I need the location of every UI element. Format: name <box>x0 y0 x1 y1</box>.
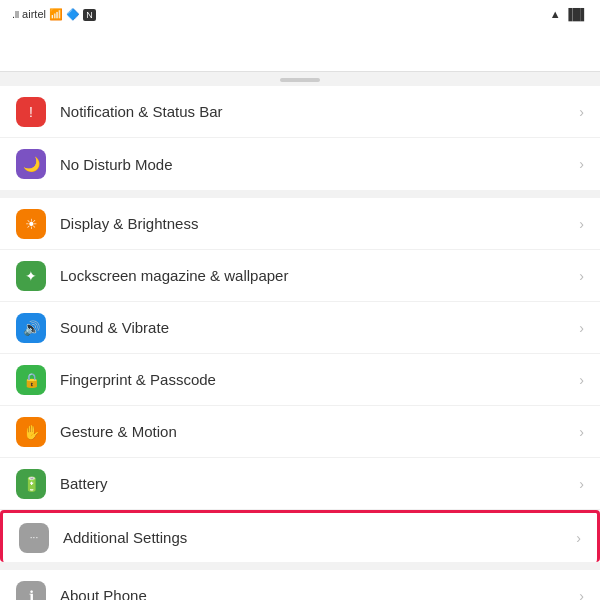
settings-item-additional[interactable]: ···Additional Settings› <box>0 510 600 562</box>
fingerprint-icon: 🔒 <box>16 365 46 395</box>
title-bar <box>0 28 600 72</box>
nodisturb-chevron: › <box>579 156 584 172</box>
scroll-bar <box>280 78 320 82</box>
status-left: .ll airtel 📶 🔷 N <box>12 8 96 21</box>
additional-icon: ··· <box>19 523 49 553</box>
scroll-indicator <box>0 72 600 86</box>
display-chevron: › <box>579 216 584 232</box>
status-right: ▲ ▐█▌ <box>550 8 588 20</box>
status-bar: .ll airtel 📶 🔷 N ▲ ▐█▌ <box>0 0 600 28</box>
settings-item-gesture[interactable]: ✋Gesture & Motion› <box>0 406 600 458</box>
settings-section-section3: ℹAbout Phone›↻System Updates› <box>0 570 600 600</box>
sound-icon: 🔊 <box>16 313 46 343</box>
about-chevron: › <box>579 588 584 601</box>
settings-item-notification[interactable]: !Notification & Status Bar› <box>0 86 600 138</box>
battery-icon: ▐█▌ <box>565 8 588 20</box>
gesture-label: Gesture & Motion <box>60 423 571 440</box>
settings-item-nodisturb[interactable]: 🌙No Disturb Mode› <box>0 138 600 190</box>
sound-label: Sound & Vibrate <box>60 319 571 336</box>
notification-chevron: › <box>579 104 584 120</box>
fingerprint-chevron: › <box>579 372 584 388</box>
settings-list: !Notification & Status Bar›🌙No Disturb M… <box>0 86 600 600</box>
lockscreen-icon: ✦ <box>16 261 46 291</box>
battery-icon: 🔋 <box>16 469 46 499</box>
lockscreen-label: Lockscreen magazine & wallpaper <box>60 267 571 284</box>
battery-chevron: › <box>579 476 584 492</box>
settings-item-sound[interactable]: 🔊Sound & Vibrate› <box>0 302 600 354</box>
additional-chevron: › <box>576 530 581 546</box>
settings-item-fingerprint[interactable]: 🔒Fingerprint & Passcode› <box>0 354 600 406</box>
nodisturb-icon: 🌙 <box>16 149 46 179</box>
additional-label: Additional Settings <box>63 529 568 546</box>
nodisturb-label: No Disturb Mode <box>60 156 571 173</box>
carrier-text: .ll airtel 📶 🔷 N <box>12 8 96 21</box>
settings-item-battery[interactable]: 🔋Battery› <box>0 458 600 510</box>
display-icon: ☀ <box>16 209 46 239</box>
gesture-chevron: › <box>579 424 584 440</box>
settings-section-section1: !Notification & Status Bar›🌙No Disturb M… <box>0 86 600 190</box>
notification-label: Notification & Status Bar <box>60 103 571 120</box>
lockscreen-chevron: › <box>579 268 584 284</box>
battery-label: Battery <box>60 475 571 492</box>
settings-item-lockscreen[interactable]: ✦Lockscreen magazine & wallpaper› <box>0 250 600 302</box>
sound-chevron: › <box>579 320 584 336</box>
about-icon: ℹ <box>16 581 46 601</box>
notification-icon: ! <box>16 97 46 127</box>
settings-item-display[interactable]: ☀Display & Brightness› <box>0 198 600 250</box>
display-label: Display & Brightness <box>60 215 571 232</box>
settings-item-about[interactable]: ℹAbout Phone› <box>0 570 600 600</box>
about-label: About Phone <box>60 587 571 600</box>
signal-icon: ▲ <box>550 8 561 20</box>
fingerprint-label: Fingerprint & Passcode <box>60 371 571 388</box>
gesture-icon: ✋ <box>16 417 46 447</box>
settings-section-section2: ☀Display & Brightness›✦Lockscreen magazi… <box>0 198 600 562</box>
